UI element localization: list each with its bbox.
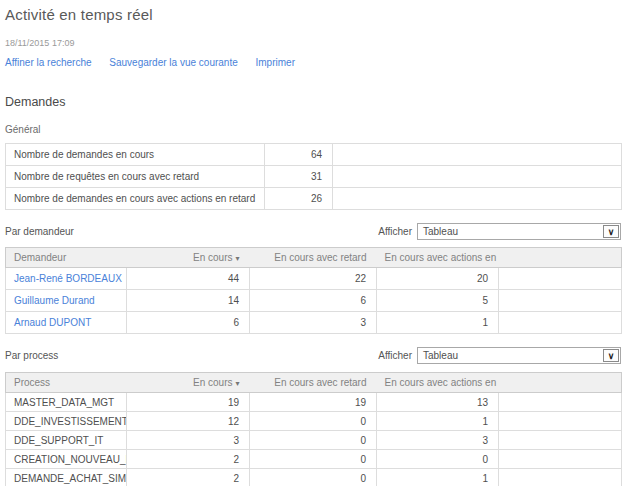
col-header-en-cours-retard[interactable]: En cours avec retard (250, 248, 377, 268)
activity-page: Activité en temps réel 18/11/2015 17:09 … (0, 0, 624, 486)
afficher-label: Afficher (378, 350, 412, 361)
refine-search-link[interactable]: Affiner la recherche (5, 57, 92, 68)
retard-value: 0 (250, 412, 377, 431)
en-cours-value: 3 (127, 431, 250, 450)
afficher-control: Afficher Tableau ∨ (378, 223, 621, 240)
col-header-en-cours[interactable]: En cours▾ (127, 373, 250, 393)
page-title: Activité en temps réel (5, 6, 620, 23)
general-row-value: 26 (265, 188, 333, 210)
empty-cell (499, 393, 622, 412)
table-row: MASTER_DATA_MGT 19 19 13 (6, 393, 622, 412)
actions-retard-value: 3 (377, 431, 499, 450)
empty-cell (499, 412, 622, 431)
retard-value: 22 (250, 268, 377, 290)
demandeur-link[interactable]: Arnaud DUPONT (6, 312, 127, 334)
retard-value: 3 (250, 312, 377, 334)
table-row: DDE_INVESTISSEMENT 12 0 1 (6, 412, 622, 431)
actions-retard-value: 1 (377, 469, 499, 486)
empty-cell (333, 166, 622, 188)
en-cours-value: 12 (127, 412, 250, 431)
section-title-demandes: Demandes (5, 95, 620, 109)
en-cours-value: 6 (127, 312, 250, 334)
select-value: Tableau (418, 350, 603, 361)
empty-cell (499, 431, 622, 450)
en-cours-value: 44 (127, 268, 250, 290)
process-name: DEMANDE_ACHAT_SIMPLE (6, 469, 127, 486)
par-demandeur-bar: Par demandeur Afficher Tableau ∨ (5, 223, 621, 240)
table-header-row: Demandeur En cours▾ En cours avec retard… (6, 248, 622, 268)
actions-retard-value: 1 (377, 312, 499, 334)
toolbar: Affiner la recherche Sauvegarder la vue … (5, 57, 620, 68)
print-link[interactable]: Imprimer (256, 57, 295, 68)
chevron-down-icon: ∨ (603, 225, 619, 238)
general-row-label: Nombre de demandes en cours (6, 144, 265, 166)
chevron-down-icon: ∨ (603, 349, 619, 362)
table-header-row: Process En cours▾ En cours avec retard E… (6, 373, 622, 393)
process-name: CREATION_NOUVEAU_PRODUIT (6, 450, 127, 469)
table-row: Nombre de demandes en cours 64 (6, 144, 622, 166)
retard-value: 6 (250, 290, 377, 312)
retard-value: 0 (250, 450, 377, 469)
general-label: Général (5, 124, 620, 135)
table-row: Nombre de demandes en cours avec actions… (6, 188, 622, 210)
afficher-label: Afficher (378, 226, 412, 237)
demandeur-display-select[interactable]: Tableau ∨ (417, 223, 621, 240)
sort-desc-icon: ▾ (235, 379, 239, 388)
table-row: Guillaume Durand 14 6 5 (6, 290, 622, 312)
empty-cell (333, 144, 622, 166)
retard-value: 0 (250, 469, 377, 486)
col-header-demandeur[interactable]: Demandeur (6, 248, 127, 268)
empty-header-cell (499, 248, 622, 268)
table-row: Arnaud DUPONT 6 3 1 (6, 312, 622, 334)
sort-desc-icon: ▾ (235, 254, 239, 263)
en-cours-value: 14 (127, 290, 250, 312)
process-name: DDE_INVESTISSEMENT (6, 412, 127, 431)
save-current-view-link[interactable]: Sauvegarder la vue courante (109, 57, 237, 68)
table-row: Nombre de requêtes en cours avec retard … (6, 166, 622, 188)
empty-cell (499, 290, 622, 312)
col-header-en-cours[interactable]: En cours▾ (127, 248, 250, 268)
table-row: Jean-René BORDEAUX 44 22 20 (6, 268, 622, 290)
par-process-bar: Par process Afficher Tableau ∨ (5, 347, 621, 364)
actions-retard-value: 0 (377, 450, 499, 469)
table-row: DDE_SUPPORT_IT 3 0 3 (6, 431, 622, 450)
demandeur-link[interactable]: Jean-René BORDEAUX (6, 268, 127, 290)
general-row-label: Nombre de requêtes en cours avec retard (6, 166, 265, 188)
afficher-control: Afficher Tableau ∨ (378, 347, 621, 364)
en-cours-value: 2 (127, 469, 250, 486)
empty-cell (333, 188, 622, 210)
select-value: Tableau (418, 226, 603, 237)
actions-retard-value: 1 (377, 412, 499, 431)
general-row-value: 31 (265, 166, 333, 188)
table-row: CREATION_NOUVEAU_PRODUIT 2 0 0 (6, 450, 622, 469)
report-timestamp: 18/11/2015 17:09 (5, 38, 620, 48)
actions-retard-value: 13 (377, 393, 499, 412)
empty-cell (499, 469, 622, 486)
empty-header-cell (499, 373, 622, 393)
general-row-value: 64 (265, 144, 333, 166)
demandeur-link[interactable]: Guillaume Durand (6, 290, 127, 312)
col-header-actions-retard[interactable]: En cours avec actions en retard (377, 373, 499, 393)
retard-value: 19 (250, 393, 377, 412)
demandeur-table: Demandeur En cours▾ En cours avec retard… (5, 247, 622, 334)
en-cours-value: 2 (127, 450, 250, 469)
process-name: DDE_SUPPORT_IT (6, 431, 127, 450)
general-table: Nombre de demandes en cours 64 Nombre de… (5, 143, 622, 210)
col-header-process[interactable]: Process (6, 373, 127, 393)
actions-retard-value: 20 (377, 268, 499, 290)
empty-cell (499, 450, 622, 469)
actions-retard-value: 5 (377, 290, 499, 312)
par-demandeur-label: Par demandeur (5, 226, 74, 237)
retard-value: 0 (250, 431, 377, 450)
empty-cell (499, 268, 622, 290)
par-process-label: Par process (5, 350, 58, 361)
table-row: DEMANDE_ACHAT_SIMPLE 2 0 1 (6, 469, 622, 486)
col-header-en-cours-retard[interactable]: En cours avec retard (250, 373, 377, 393)
general-row-label: Nombre de demandes en cours avec actions… (6, 188, 265, 210)
empty-cell (499, 312, 622, 334)
process-display-select[interactable]: Tableau ∨ (417, 347, 621, 364)
en-cours-value: 19 (127, 393, 250, 412)
process-table: Process En cours▾ En cours avec retard E… (5, 372, 622, 486)
col-header-actions-retard[interactable]: En cours avec actions en retard (377, 248, 499, 268)
process-name: MASTER_DATA_MGT (6, 393, 127, 412)
